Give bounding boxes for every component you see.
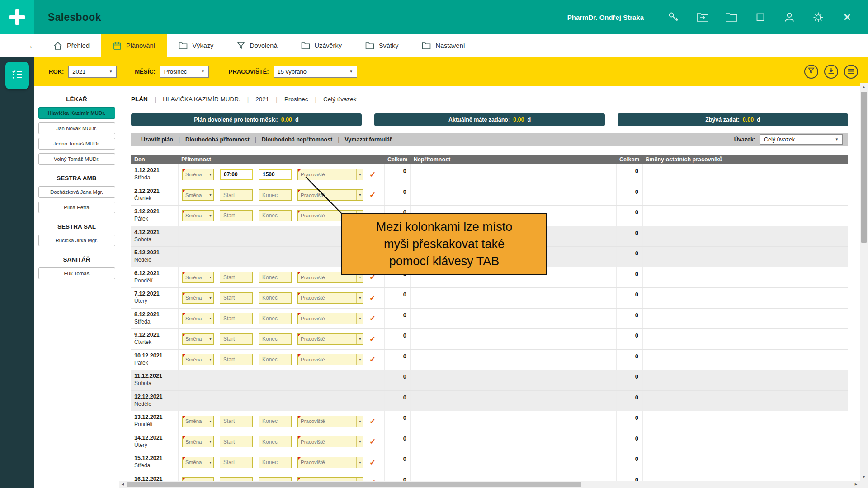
smena-select[interactable]: Směna▼ — [182, 354, 214, 365]
menu-button[interactable] — [844, 65, 858, 79]
row-check-icon[interactable]: ✓ — [369, 190, 376, 200]
row-check-icon[interactable]: ✓ — [369, 417, 376, 426]
vertical-scrollbar-thumb[interactable] — [861, 92, 867, 243]
pracoviste-select[interactable]: Pracoviště▼ — [297, 292, 363, 304]
nav-collapse-arrow[interactable]: → — [0, 34, 42, 57]
konec-input[interactable]: Konec — [259, 272, 292, 283]
pracoviste-select[interactable]: Pracoviště▼ — [297, 457, 363, 468]
folder-export-icon[interactable] — [688, 12, 717, 22]
start-input[interactable]: Start — [220, 416, 253, 427]
row-dayname: Středa — [134, 462, 178, 469]
konec-input[interactable]: Konec — [259, 292, 292, 304]
smena-select[interactable]: Směna▼ — [182, 189, 214, 201]
sidebar-item-jan-novak-mudr[interactable]: Jan Novák MUDr. — [38, 122, 115, 134]
konec-input[interactable]: Konec — [259, 416, 292, 427]
smena-select[interactable]: Směna▼ — [182, 169, 214, 180]
row-check-icon[interactable]: ✓ — [369, 355, 376, 364]
horizontal-scrollbar[interactable]: ◀ ▶ — [119, 481, 860, 488]
row-check-icon[interactable]: ✓ — [369, 334, 376, 344]
smena-select[interactable]: Směna▼ — [182, 333, 214, 345]
smena-select[interactable]: Směna▼ — [182, 313, 214, 324]
mesic-select[interactable]: Prosinec ▼ — [160, 66, 209, 78]
cell-celkem-nepritomnost: 0 — [616, 452, 642, 473]
scroll-up-icon[interactable]: ▲ — [860, 83, 868, 91]
nav-item-prehled[interactable]: Přehled — [42, 34, 101, 57]
row-check-icon[interactable]: ✓ — [369, 293, 376, 303]
rok-select[interactable]: 2021 ▼ — [68, 66, 117, 78]
konec-input[interactable]: Konec — [259, 457, 292, 468]
smena-select[interactable]: Směna▼ — [182, 416, 214, 427]
sidebar-item-hlavicka-kazimir-mudr[interactable]: Hlavička Kazimír MUDr. — [38, 107, 115, 119]
konec-input[interactable]: Konec — [259, 354, 292, 365]
export-button[interactable] — [824, 65, 838, 79]
pracoviste-select[interactable]: Pracoviště▼ — [297, 354, 363, 365]
smena-select[interactable]: Směna▼ — [182, 292, 214, 304]
start-input[interactable]: 07:00 — [220, 169, 253, 180]
konec-input[interactable]: Konec — [259, 210, 292, 221]
vymazat-formular-button[interactable]: Vymazat formulář — [340, 136, 397, 143]
row-check-icon[interactable]: ✓ — [369, 458, 376, 467]
key-icon[interactable] — [659, 11, 688, 23]
sidebar-item-jedno-tomas-mudr[interactable]: Jedno Tomáš MUDr. — [38, 138, 115, 150]
smena-select[interactable]: Směna▼ — [182, 272, 214, 283]
smena-select[interactable]: Směna▼ — [182, 457, 214, 468]
pracoviste-select[interactable]: Pracoviště▼ — [297, 169, 363, 180]
uvazek-select[interactable]: Celý úvazek ▼ — [760, 134, 843, 145]
pracoviste-select[interactable]: 15 vybráno ▼ — [274, 66, 357, 78]
uzavrit-plan-button[interactable]: Uzavřít plán — [136, 136, 179, 143]
row-check-icon[interactable]: ✓ — [369, 314, 376, 323]
planning-list-button[interactable] — [5, 62, 29, 89]
konec-input[interactable]: Konec — [259, 189, 292, 201]
pracoviste-select[interactable]: Pracoviště▼ — [297, 436, 363, 447]
sidebar-item-rucicka-jirka-mgr[interactable]: Ručička Jirka Mgr. — [38, 235, 115, 246]
filter-button[interactable] — [804, 65, 818, 79]
chevron-down-icon: ▼ — [356, 293, 362, 303]
close-icon[interactable]: × — [833, 11, 862, 23]
row-check-icon[interactable]: ✓ — [369, 437, 376, 446]
sidebar-item-dochazkova-jana-mgr[interactable]: Docházková Jana Mgr. — [38, 186, 115, 198]
start-input[interactable]: Start — [220, 292, 253, 304]
nav-item-svatky[interactable]: Svátky — [354, 34, 410, 57]
start-input[interactable]: Start — [220, 210, 253, 221]
sidebar-item-pilna-petra[interactable]: Pilná Petra — [38, 202, 115, 213]
horizontal-scrollbar-thumb[interactable] — [127, 482, 581, 487]
nav-item-dovolena[interactable]: Dovolená — [225, 34, 289, 57]
start-input[interactable]: Start — [220, 272, 253, 283]
start-input[interactable]: Start — [220, 436, 253, 447]
pracoviste-select[interactable]: Pracoviště▼ — [297, 416, 363, 427]
nav-item-uzaverky[interactable]: Uzávěrky — [289, 34, 354, 57]
row-check-icon[interactable]: ✓ — [369, 170, 376, 179]
start-input[interactable]: Start — [220, 457, 253, 468]
nav-item-vykazy[interactable]: Výkazy — [167, 34, 225, 57]
pracoviste-select[interactable]: Pracoviště▼ — [297, 313, 363, 324]
start-input[interactable]: Start — [220, 354, 253, 365]
vertical-scrollbar[interactable]: ▲ ▼ — [860, 83, 868, 488]
konec-input[interactable]: Konec — [259, 436, 292, 447]
dlouhodoba-pritomnost-button[interactable]: Dlouhodobá přítomnost — [180, 136, 255, 143]
scroll-down-icon[interactable]: ▼ — [860, 473, 868, 481]
konec-input[interactable]: Konec — [259, 313, 292, 324]
gear-icon[interactable] — [804, 11, 833, 23]
user-icon[interactable] — [775, 11, 804, 23]
pracoviste-select[interactable]: Pracoviště▼ — [297, 333, 363, 345]
table-row: 15.12.2021StředaSměna▼StartKonecPracoviš… — [131, 452, 848, 473]
konec-input[interactable]: Konec — [259, 333, 292, 345]
sidebar-item-volny-tomas-mudr[interactable]: Volný Tomáš MUDr. — [38, 153, 115, 165]
scroll-left-icon[interactable]: ◀ — [119, 481, 127, 488]
scroll-right-icon[interactable]: ▶ — [852, 481, 860, 488]
start-input[interactable]: Start — [220, 333, 253, 345]
sidebar-item-fuk-tomas[interactable]: Fuk Tomáš — [38, 267, 115, 279]
tab-hint-tooltip: Mezi kolonkami lze místomyši přeskakovat… — [341, 213, 547, 275]
dlouhodoba-nepritomnost-button[interactable]: Dlouhodobá nepřítomnost — [256, 136, 338, 143]
smena-select[interactable]: Směna▼ — [182, 210, 214, 221]
konec-input[interactable]: 1500 — [259, 169, 292, 180]
nav-item-nastaveni[interactable]: Nastavení — [410, 34, 476, 57]
nav-item-planovani[interactable]: Plánování — [101, 34, 167, 57]
pracoviste-select[interactable]: Pracoviště▼ — [297, 189, 363, 201]
start-input[interactable]: Start — [220, 313, 253, 324]
folder-icon[interactable] — [717, 12, 746, 22]
cell-celkem-nepritomnost: 0 — [616, 164, 642, 185]
start-input[interactable]: Start — [220, 189, 253, 201]
window-icon[interactable] — [746, 12, 775, 23]
smena-select[interactable]: Směna▼ — [182, 436, 214, 447]
